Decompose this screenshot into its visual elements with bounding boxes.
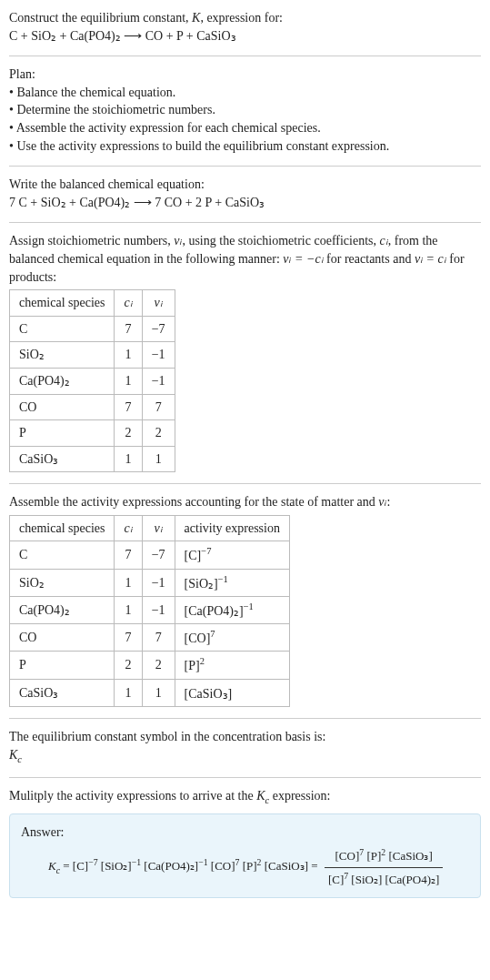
term-base: [Ca(PO4)₂]: [144, 859, 198, 873]
term-base: [P]: [366, 849, 381, 863]
col-ci: cᵢ: [115, 515, 142, 541]
act-base: [P]: [185, 659, 200, 672]
table-row: SiO₂1−1[SiO₂]−1: [10, 569, 290, 596]
term-base: [SiO₂]: [351, 873, 382, 886]
plan-heading: Plan:: [9, 66, 481, 84]
text: for reactants and: [324, 252, 415, 266]
term-exp: 2: [381, 847, 385, 857]
cell: 1: [142, 679, 175, 706]
divider: [9, 483, 481, 484]
balanced-heading: Write the balanced chemical equation:: [9, 176, 481, 194]
balanced-equation: 7 C + SiO₂ + Ca(PO4)₂ ⟶ 7 CO + 2 P + CaS…: [9, 194, 481, 212]
cell: 7: [142, 624, 175, 652]
cell: −1: [142, 342, 175, 369]
cell: [C]−7: [175, 541, 289, 569]
term-exp: 7: [235, 857, 240, 867]
term-exp: −7: [88, 857, 97, 867]
equals: =: [311, 859, 321, 873]
table-row: Ca(PO4)₂1−1: [10, 368, 175, 394]
cell: [Ca(PO4)₂]−1: [175, 596, 289, 623]
term-base: [SiO₂]: [101, 859, 132, 873]
term: [P]2: [366, 849, 385, 863]
table-row: C7−7: [10, 316, 175, 342]
term-base: [CaSiO₃]: [388, 849, 432, 863]
cell: C: [10, 541, 115, 569]
cell: 2: [115, 652, 142, 679]
term: [CO]7: [335, 849, 365, 863]
divider: [9, 718, 481, 719]
table-row: P22[P]2: [10, 652, 290, 679]
stoich-block: Assign stoichiometric numbers, νᵢ, using…: [9, 232, 481, 472]
act-base: [CO]: [185, 631, 211, 645]
table-row: CaSiO₃11: [10, 446, 175, 472]
col-vi: νᵢ: [142, 515, 175, 541]
equals: =: [63, 859, 73, 873]
term-exp: 2: [257, 857, 262, 867]
cell: SiO₂: [10, 342, 115, 369]
term: [Ca(PO4)₂]−1: [144, 859, 207, 873]
term: [Ca(PO4)₂]: [385, 873, 440, 886]
cell: CaSiO₃: [10, 446, 115, 472]
cell: C: [10, 316, 115, 342]
cell: 7: [115, 316, 142, 342]
table-row: P22: [10, 420, 175, 447]
term: [SiO₂]: [351, 873, 382, 886]
cell: CO: [10, 624, 115, 652]
prompt-block: Construct the equilibrium constant, K, e…: [9, 9, 481, 45]
term-base: [CO]: [335, 849, 360, 863]
act-base: [SiO₂]: [185, 576, 218, 590]
cell: 1: [115, 569, 142, 596]
term-exp: 7: [359, 847, 364, 857]
plan-item: • Assemble the activity expression for e…: [9, 119, 481, 137]
term: [CaSiO₃]: [265, 859, 308, 873]
multiply-intro: Mulitply the activity expressions to arr…: [9, 787, 481, 807]
term-base: [Ca(PO4)₂]: [385, 873, 440, 886]
cell: 2: [142, 652, 175, 679]
k-symbol: K: [192, 11, 200, 25]
term: [P]2: [243, 859, 262, 873]
cell: CaSiO₃: [10, 679, 115, 706]
col-species: chemical species: [10, 290, 115, 317]
cell: −1: [142, 569, 175, 596]
cell: P: [10, 420, 115, 447]
act-exp: −1: [244, 601, 254, 611]
col-species: chemical species: [10, 515, 115, 541]
cell: 7: [115, 624, 142, 652]
term: [CaSiO₃]: [388, 849, 432, 863]
prompt-line: Construct the equilibrium constant, K, e…: [9, 9, 481, 27]
cell: 1: [115, 679, 142, 706]
plan-item: • Use the activity expressions to build …: [9, 137, 481, 156]
fraction: [CO]7 [P]2 [CaSiO₃] [C]7 [SiO₂] [Ca(PO4)…: [325, 846, 444, 888]
cell: 2: [115, 420, 142, 447]
cell: −7: [142, 541, 175, 569]
kc-lhs: Kc: [48, 859, 60, 873]
c-i: cᵢ: [380, 234, 388, 248]
table-row: SiO₂1−1: [10, 342, 175, 369]
cell: [P]2: [175, 652, 289, 679]
cell: −1: [142, 596, 175, 623]
cell: [CO]7: [175, 624, 289, 652]
numerator: [CO]7 [P]2 [CaSiO₃]: [325, 846, 444, 868]
divider: [9, 777, 481, 778]
term: [SiO₂]−1: [101, 859, 141, 873]
term-exp: −1: [198, 857, 207, 867]
cell: 7: [115, 394, 142, 420]
nu-rel-prod: νᵢ = cᵢ: [415, 252, 446, 266]
term: [C]−7: [73, 859, 98, 873]
term-exp: −1: [132, 857, 141, 867]
divider: [9, 56, 481, 56]
cell: 1: [115, 446, 142, 472]
cell: P: [10, 652, 115, 679]
act-exp: 2: [200, 656, 205, 666]
cell: SiO₂: [10, 569, 115, 596]
denominator: [C]7 [SiO₂] [Ca(PO4)₂]: [325, 868, 444, 889]
activity-block: Assemble the activity expressions accoun…: [9, 493, 481, 707]
cell: 7: [115, 541, 142, 569]
cell: 1: [115, 342, 142, 369]
cell: −7: [142, 316, 175, 342]
text: , using the stoichiometric coefficients,: [182, 234, 379, 248]
table-row: Ca(PO4)₂1−1[Ca(PO4)₂]−1: [10, 596, 290, 623]
plan-item: • Balance the chemical equation.: [9, 84, 481, 102]
table-row: CO77[CO]7: [10, 624, 290, 652]
nu-i: νᵢ: [378, 495, 386, 509]
